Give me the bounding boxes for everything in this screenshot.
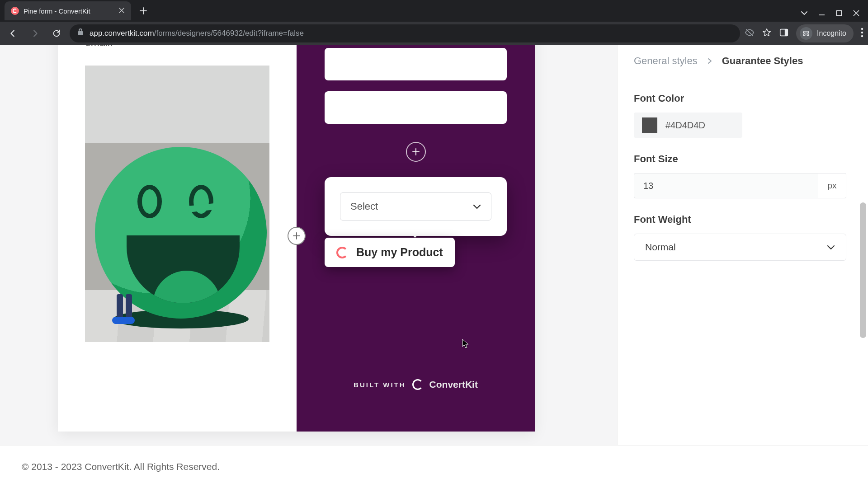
intro-text-fragment: email. [85,45,269,50]
incognito-indicator[interactable]: Incognito [796,24,854,42]
chevron-down-icon [473,201,481,212]
divider-line [325,152,406,152]
incognito-icon [800,27,812,40]
page-scrollbar[interactable] [859,49,867,484]
form-text-input[interactable] [325,91,507,124]
svg-rect-0 [837,11,842,16]
nav-forward-button[interactable] [26,25,43,42]
svg-rect-3 [785,29,788,36]
convertkit-icon [336,247,348,258]
svg-point-4 [861,28,863,29]
url-path: /forms/designers/5646932/edit?iframe=fal… [154,29,304,38]
font-color-value: #4D4D4D [665,120,705,131]
font-size-label: Font Size [634,153,846,165]
buy-product-chip[interactable]: Buy my Product [325,238,455,267]
window-close-icon[interactable] [853,9,860,17]
font-weight-select[interactable]: Normal [634,234,846,261]
builtwith-prefix: BUILT WITH [354,381,406,389]
copyright-text: © 2013 - 2023 ConvertKit. All Rights Res… [22,461,220,472]
select-popover: Select [325,177,507,236]
incognito-label: Incognito [817,29,846,38]
buy-product-label: Buy my Product [356,246,443,259]
window-titlebar: Pine form - ConvertKit [0,0,868,22]
crumb-general-styles[interactable]: General styles [634,55,698,67]
form-text-input[interactable] [325,48,507,80]
nav-reload-button[interactable] [48,25,65,42]
font-color-picker[interactable]: #4D4D4D [634,113,742,138]
address-bar[interactable]: app.convertkit.com/forms/designers/56469… [70,24,740,42]
form-right-panel: Select Buy my Product [297,45,535,432]
breadcrumb: General styles Guarantee Styles [634,55,846,77]
side-panel-icon[interactable] [779,28,789,39]
form-canvas: email. [0,45,617,488]
select-placeholder: Select [350,201,378,212]
divider-line [426,152,507,152]
color-swatch [642,117,657,133]
browser-toolbar: app.convertkit.com/forms/designers/56469… [0,22,868,45]
font-color-label: Font Color [634,93,846,104]
builtwith-brand: ConvertKit [429,379,478,390]
font-size-unit: px [818,173,846,198]
page-viewport: email. [0,45,868,488]
window-maximize-icon[interactable] [835,9,843,17]
url-domain: app.convertkit.com [90,29,154,38]
new-tab-button[interactable] [136,3,151,19]
tab-close-icon[interactable] [118,7,125,15]
product-select[interactable]: Select [340,192,491,221]
nav-back-button[interactable] [5,25,22,42]
kebab-menu-icon[interactable] [861,28,863,39]
crumb-guarantee-styles: Guarantee Styles [722,55,803,67]
browser-tab-active[interactable]: Pine form - ConvertKit [5,1,131,20]
tab-search-icon[interactable] [800,9,808,17]
convertkit-logo-icon [412,379,423,390]
add-section-left-button[interactable] [288,227,306,245]
page-footer: © 2013 - 2023 ConvertKit. All Rights Res… [0,445,868,488]
chevron-right-icon [708,55,712,67]
convertkit-favicon-icon [11,7,19,15]
chevron-down-icon [827,242,835,253]
lock-icon [77,28,84,38]
form-preview-card: email. [58,45,535,432]
tracking-protection-icon[interactable] [745,28,755,39]
svg-rect-1 [78,31,83,35]
svg-point-5 [861,31,863,33]
form-image[interactable] [85,66,269,342]
font-size-input[interactable] [634,173,818,198]
font-weight-label: Font Weight [634,214,846,225]
add-field-button[interactable] [406,142,426,162]
built-with-badge[interactable]: BUILT WITH ConvertKit [297,379,535,390]
tab-title: Pine form - ConvertKit [24,7,90,15]
window-minimize-icon[interactable] [818,9,826,17]
svg-point-6 [861,35,863,37]
scrollbar-thumb[interactable] [860,202,866,338]
style-sidebar: General styles Guarantee Styles Font Col… [617,45,868,488]
font-weight-value: Normal [645,242,676,253]
bookmark-icon[interactable] [762,28,772,39]
